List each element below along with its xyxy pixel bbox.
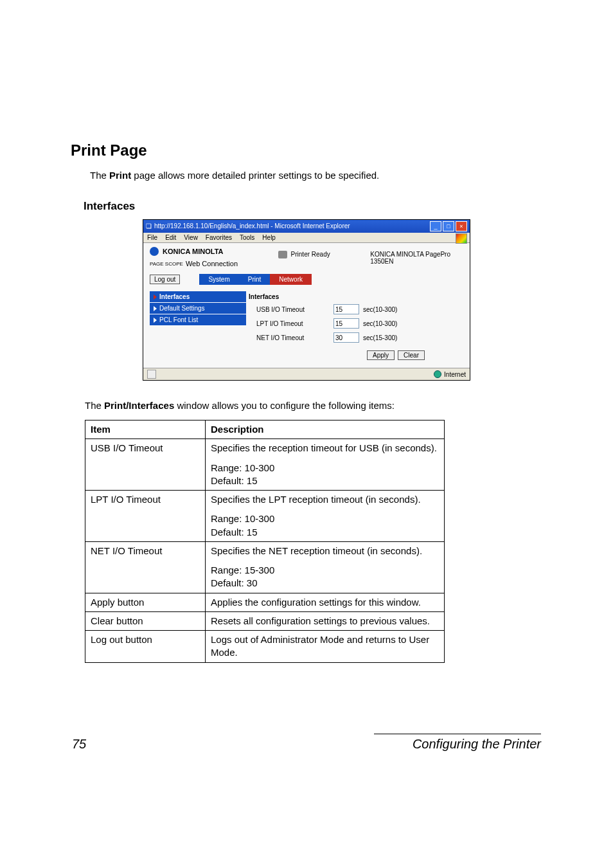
cell-item: NET I/O Timeout: [85, 541, 206, 593]
cell-description-block: Specifies the NET reception timeout (in …: [211, 545, 439, 557]
usb-label: USB I/O Timeout: [256, 306, 333, 313]
cell-description: Specifies the reception timeout for USB …: [206, 439, 445, 491]
globe-icon: [434, 370, 441, 378]
triangle-icon: [154, 294, 157, 300]
description-table: Item Description USB I/O TimeoutSpecifie…: [85, 420, 445, 663]
cell-description-block: Range: 10-300 Default: 15: [211, 512, 439, 539]
window-maximize-button[interactable]: □: [443, 221, 454, 231]
model-line-1: KONICA MINOLTA PagePro: [370, 251, 450, 258]
net-label: NET I/O Timeout: [256, 334, 333, 341]
cell-description-block: Logs out of Administrator Mode and retur…: [211, 633, 439, 660]
usb-suffix: sec(10-300): [363, 306, 397, 313]
clear-button[interactable]: Clear: [398, 350, 425, 360]
cell-description: Resets all configuration settings to pre…: [206, 611, 445, 630]
cell-description-block: Specifies the reception timeout for USB …: [211, 442, 439, 455]
cell-item: Clear button: [85, 611, 206, 630]
table-row: LPT I/O TimeoutSpecifies the LPT recepti…: [85, 491, 445, 542]
cell-item: USB I/O Timeout: [85, 439, 206, 491]
printer-icon: [278, 251, 287, 258]
app-header: KONICA MINOLTA PAGE SCOPE Web Connection…: [143, 243, 470, 271]
web-connection-label: Web Connection: [186, 260, 238, 267]
intro-text-pre: The: [90, 170, 109, 181]
sidebar-interfaces[interactable]: Interfaces: [150, 291, 246, 303]
window-title: http://192.168.1.10/English/a_index.html…: [154, 220, 350, 233]
cell-item: Log out button: [85, 631, 206, 663]
km-logo-icon: [150, 247, 159, 256]
printer-status: Printer Ready: [291, 251, 330, 258]
table-row: Apply buttonApplies the configuration se…: [85, 593, 445, 611]
net-input[interactable]: 30: [333, 332, 359, 343]
form-row-net: NET I/O Timeout 30 sec(15-300): [246, 330, 463, 345]
page-number: 75: [72, 737, 86, 752]
nav-print[interactable]: Print: [239, 274, 271, 285]
table-row: Clear buttonResets all configuration set…: [85, 611, 445, 630]
status-bar: Internet: [143, 368, 470, 380]
model-line-2: 1350EN: [370, 258, 450, 265]
table-row: Log out buttonLogs out of Administrator …: [85, 631, 445, 663]
page-heading: Print Page: [71, 141, 542, 159]
browser-menubar: File Edit View Favorites Tools Help: [143, 233, 470, 243]
form-row-usb: USB I/O Timeout 15 sec(10-300): [246, 302, 463, 316]
nav-system[interactable]: System: [199, 274, 238, 285]
sidebar-item-label: Default Settings: [159, 305, 205, 312]
th-description: Description: [206, 420, 445, 439]
apply-button[interactable]: Apply: [367, 350, 395, 360]
footer-rule: [374, 734, 541, 734]
section-heading: Interfaces: [84, 200, 542, 213]
menu-view[interactable]: View: [184, 234, 198, 241]
lpt-suffix: sec(10-300): [363, 320, 397, 327]
after-figure-paragraph: The Print/Interfaces window allows you t…: [85, 399, 542, 412]
cell-description: Applies the configuration settings for t…: [206, 593, 445, 611]
lpt-label: LPT I/O Timeout: [256, 320, 333, 327]
cell-description: Specifies the LPT reception timeout (in …: [206, 491, 445, 542]
window-minimize-button[interactable]: _: [430, 221, 441, 231]
running-title: Configuring the Printer: [374, 737, 541, 752]
form-row-lpt: LPT I/O Timeout 15 sec(10-300): [246, 316, 463, 330]
ie-flag-icon: [456, 233, 467, 244]
cell-description: Specifies the NET reception timeout (in …: [206, 541, 445, 593]
cell-description: Logs out of Administrator Mode and retur…: [206, 631, 445, 663]
menu-file[interactable]: File: [147, 234, 157, 241]
sidebar-pcl-font-list[interactable]: PCL Font List: [150, 314, 246, 326]
triangle-icon: [154, 318, 157, 323]
window-close-button[interactable]: ×: [456, 221, 467, 231]
cell-description-block: Range: 15-300 Default: 30: [211, 564, 439, 590]
ie-icon: ❏: [146, 220, 152, 233]
menu-edit[interactable]: Edit: [165, 234, 176, 241]
logout-button[interactable]: Log out: [150, 275, 180, 284]
cell-description-block: Resets all configuration settings to pre…: [211, 615, 439, 628]
pagescope-mark: PAGE SCOPE: [150, 261, 183, 267]
sidebar-default-settings[interactable]: Default Settings: [150, 303, 246, 314]
form-heading: Interfaces: [246, 291, 463, 302]
intro-text-bold: Print: [109, 170, 131, 181]
after-fig-pre: The: [85, 400, 104, 411]
intro-paragraph: The Print page allows more detailed prin…: [90, 168, 542, 182]
cell-description-block: Range: 10-300 Default: 15: [211, 462, 439, 488]
usb-input[interactable]: 15: [333, 304, 359, 314]
intro-text-post: page allows more detailed printer settin…: [131, 170, 379, 181]
sidebar-item-label: Interfaces: [159, 293, 190, 300]
lpt-input[interactable]: 15: [333, 318, 359, 329]
th-item: Item: [85, 420, 206, 439]
embedded-screenshot: ❏ http://192.168.1.10/English/a_index.ht…: [143, 219, 470, 381]
net-suffix: sec(15-300): [363, 334, 397, 341]
window-titlebar: ❏ http://192.168.1.10/English/a_index.ht…: [143, 220, 470, 233]
cell-item: Apply button: [85, 593, 206, 611]
menu-favorites[interactable]: Favorites: [206, 234, 232, 241]
sidebar-item-label: PCL Font List: [159, 316, 198, 323]
status-doc-icon: [147, 370, 156, 379]
cell-description-block: Specifies the LPT reception timeout (in …: [211, 493, 439, 506]
brand-name: KONICA MINOLTA: [163, 248, 224, 255]
menu-tools[interactable]: Tools: [240, 234, 254, 241]
triangle-icon: [154, 306, 157, 311]
table-row: NET I/O TimeoutSpecifies the NET recepti…: [85, 541, 445, 593]
cell-description-block: Applies the configuration settings for t…: [211, 596, 439, 609]
status-zone: Internet: [444, 371, 466, 378]
after-fig-post: window allows you to configure the follo…: [174, 400, 395, 411]
cell-item: LPT I/O Timeout: [85, 491, 206, 542]
after-fig-bold: Print/Interfaces: [104, 400, 174, 411]
table-row: USB I/O TimeoutSpecifies the reception t…: [85, 439, 445, 491]
nav-network[interactable]: Network: [270, 274, 312, 285]
menu-help[interactable]: Help: [262, 234, 276, 241]
